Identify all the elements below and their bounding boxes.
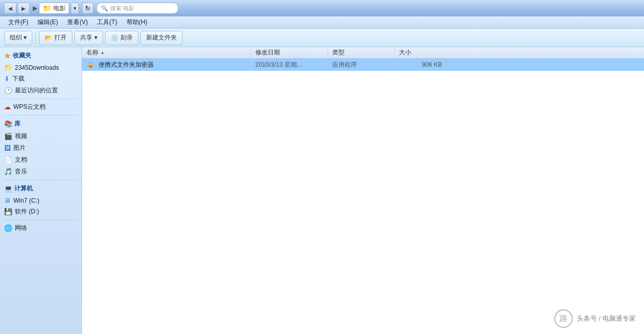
favorites-section: ★ 收藏夹 📁 2345Downloads ⬇ 下载 🕐 最近访问的位置 xyxy=(0,49,82,96)
burn-icon: 💿 xyxy=(111,34,118,42)
col-date-label: 修改日期 xyxy=(255,48,280,57)
back-button[interactable]: ◀ xyxy=(4,3,16,14)
sidebar-item-document[interactable]: 📄 文档 xyxy=(0,154,82,166)
breadcrumb[interactable]: 📁 电影 xyxy=(39,3,69,14)
sidebar-item-label: 下载 xyxy=(12,74,25,83)
wps-icon: ☁ xyxy=(4,103,11,111)
document-icon: 📄 xyxy=(4,156,12,164)
drive-c-icon: 🖥 xyxy=(4,197,11,204)
recent-icon: 🕐 xyxy=(4,87,12,94)
sidebar-item-win7c[interactable]: 🖥 Win7 (C:) xyxy=(0,195,82,206)
network-section: 🌐 网络 xyxy=(0,222,82,234)
sidebar-item-label: Win7 (C:) xyxy=(13,197,39,204)
download-icon: ⬇ xyxy=(4,75,10,83)
toolbar-sep-1 xyxy=(35,32,36,44)
col-header-size[interactable]: 大小 xyxy=(395,47,446,58)
wps-section: ☁ WPS云文档 xyxy=(0,101,82,113)
search-placeholder: 搜索 电影 xyxy=(110,5,134,12)
sidebar-item-label: 音乐 xyxy=(15,167,27,176)
menu-view[interactable]: 查看(V) xyxy=(63,17,92,28)
sidebar-item-label: 最近访问的位置 xyxy=(15,86,58,95)
image-icon: 🖼 xyxy=(4,144,11,152)
breadcrumb-dropdown[interactable]: ▼ xyxy=(71,3,79,14)
library-label: 库 xyxy=(14,120,21,128)
sidebar-item-download[interactable]: ⬇ 下载 xyxy=(0,73,82,85)
sidebar-item-recent[interactable]: 🕐 最近访问的位置 xyxy=(0,85,82,96)
nav-arrows: ◀ ▶ xyxy=(4,3,30,14)
network-label: 网络 xyxy=(15,224,27,232)
breadcrumb-separator: ▶ xyxy=(33,5,37,12)
new-folder-button[interactable]: 新建文件夹 xyxy=(140,31,183,45)
favorites-header: ★ 收藏夹 xyxy=(0,49,82,62)
folder-icon: 📁 xyxy=(4,64,12,71)
favorites-star-icon: ★ xyxy=(4,52,11,60)
open-icon: 📂 xyxy=(45,34,52,42)
search-icon: 🔍 xyxy=(101,5,108,12)
sidebar-item-image[interactable]: 🖼 图片 xyxy=(0,142,82,154)
file-size: 906 KB xyxy=(422,61,442,68)
sidebar-item-label: 2345Downloads xyxy=(15,64,59,71)
sidebar-item-music[interactable]: 🎵 音乐 xyxy=(0,166,82,178)
share-button[interactable]: 共享 ▾ xyxy=(74,31,103,45)
file-name-cell: 🔒 便携式文件夹加密器 xyxy=(82,58,251,71)
sidebar-item-label: 视频 xyxy=(15,132,27,141)
drive-d-icon: 💾 xyxy=(4,208,12,215)
sort-arrow-icon: ▲ xyxy=(100,50,105,55)
file-name: 便携式文件夹加密器 xyxy=(98,61,154,69)
video-icon: 🎬 xyxy=(4,132,12,140)
sidebar-item-label: 文档 xyxy=(15,155,27,164)
search-box[interactable]: 🔍 搜索 电影 xyxy=(96,3,178,14)
computer-icon: 💻 xyxy=(4,185,12,192)
app-icon: 🔒 xyxy=(86,61,94,69)
col-header-name[interactable]: 名称 ▲ xyxy=(82,47,251,58)
open-label: 打开 xyxy=(54,33,67,42)
library-header: 📚 库 xyxy=(0,117,82,130)
file-area: 名称 ▲ 修改日期 类型 大小 🔒 便携式文件夹加密器 2010/3/13 星期… xyxy=(82,47,644,334)
forward-button[interactable]: ▶ xyxy=(17,3,30,14)
refresh-button[interactable]: ↻ xyxy=(82,3,93,14)
menu-bar: 文件(F) 编辑(E) 查看(V) 工具(T) 帮助(H) xyxy=(0,16,644,29)
breadcrumb-area: ▶ 📁 电影 ▼ xyxy=(33,3,79,14)
library-icon: 📚 xyxy=(4,120,12,128)
music-icon: 🎵 xyxy=(4,168,12,175)
burn-button[interactable]: 💿 刻录 xyxy=(105,31,138,45)
file-size-cell: 906 KB xyxy=(395,58,446,71)
computer-section: 💻 计算机 🖥 Win7 (C:) 💾 软件 (D:) xyxy=(0,182,82,218)
computer-header: 💻 计算机 xyxy=(0,182,82,195)
file-type-cell: 应用程序 xyxy=(328,58,395,71)
file-date-cell: 2010/3/13 星期... xyxy=(251,58,328,71)
network-icon: 🌐 xyxy=(4,224,12,232)
sidebar-wps-label: WPS云文档 xyxy=(13,103,46,111)
col-header-type[interactable]: 类型 xyxy=(328,47,395,58)
burn-label: 刻录 xyxy=(120,33,133,42)
divider-1 xyxy=(4,99,77,99)
open-button[interactable]: 📂 打开 xyxy=(39,31,72,45)
col-size-label: 大小 xyxy=(399,48,411,57)
folder-icon: 📁 xyxy=(43,4,51,12)
library-section: 📚 库 🎬 视频 🖼 图片 📄 文档 🎵 音乐 xyxy=(0,117,82,178)
menu-tools[interactable]: 工具(T) xyxy=(93,17,121,28)
file-list-header: 名称 ▲ 修改日期 类型 大小 xyxy=(82,47,644,58)
sidebar-item-video[interactable]: 🎬 视频 xyxy=(0,130,82,142)
file-type: 应用程序 xyxy=(332,61,357,69)
menu-help[interactable]: 帮助(H) xyxy=(123,17,152,28)
col-type-label: 类型 xyxy=(332,48,345,57)
organize-button[interactable]: 组织 ▾ xyxy=(4,31,32,45)
toolbar: 组织 ▾ 📂 打开 共享 ▾ 💿 刻录 新建文件夹 xyxy=(0,29,644,47)
sidebar-item-network[interactable]: 🌐 网络 xyxy=(0,222,82,234)
organize-label: 组织 ▾ xyxy=(10,33,27,42)
title-bar: ◀ ▶ ▶ 📁 电影 ▼ ↻ 🔍 搜索 电影 xyxy=(0,0,644,16)
breadcrumb-text: 电影 xyxy=(53,4,66,13)
menu-file[interactable]: 文件(F) xyxy=(4,17,32,28)
sidebar-item-label: 软件 (D:) xyxy=(15,207,39,216)
sidebar-item-softd[interactable]: 💾 软件 (D:) xyxy=(0,206,82,218)
table-row[interactable]: 🔒 便携式文件夹加密器 2010/3/13 星期... 应用程序 906 KB xyxy=(82,58,644,71)
col-header-date[interactable]: 修改日期 xyxy=(251,47,328,58)
sidebar-item-wps[interactable]: ☁ WPS云文档 xyxy=(0,101,82,113)
menu-edit[interactable]: 编辑(E) xyxy=(33,17,62,28)
col-name-label: 名称 xyxy=(86,48,98,57)
sidebar-item-2345downloads[interactable]: 📁 2345Downloads xyxy=(0,62,82,73)
divider-4 xyxy=(4,220,77,220)
file-date: 2010/3/13 星期... xyxy=(255,61,302,69)
file-rows: 🔒 便携式文件夹加密器 2010/3/13 星期... 应用程序 906 KB xyxy=(82,58,644,71)
